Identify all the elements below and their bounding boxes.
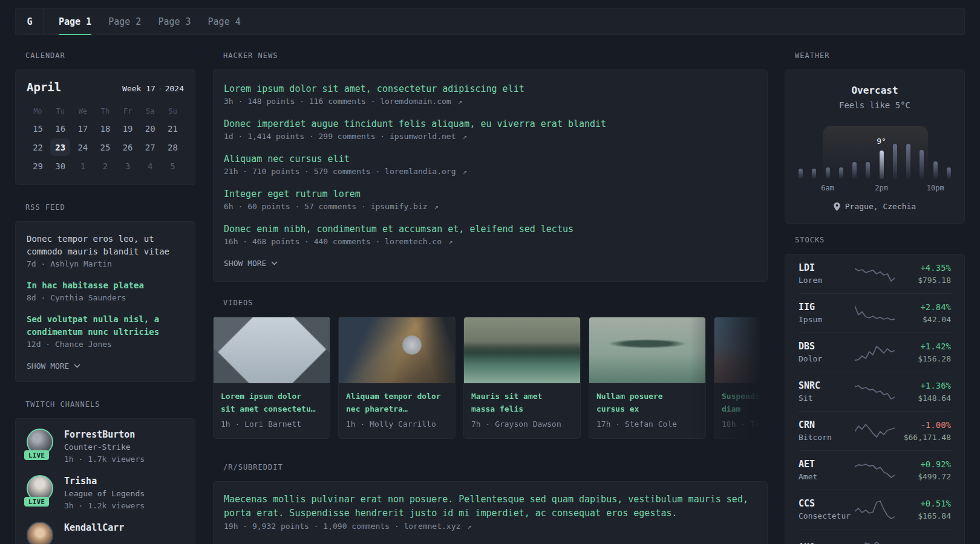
calendar-day-label: 24: [73, 138, 93, 156]
stock-price: $66,171.48: [895, 432, 951, 443]
stock-row[interactable]: SNRCSit+1.36%$148.64: [799, 372, 951, 411]
video-meta: 1h · Molly Carrillo: [346, 418, 448, 430]
external-link-icon: ↗: [463, 522, 471, 531]
subreddit-post[interactable]: Maecenas mollis pulvinar erat non posuer…: [224, 493, 757, 533]
stock-row[interactable]: IIGIpsum+2.84%$42.04: [799, 293, 951, 332]
stock-values: +0.92%$499.72: [895, 458, 951, 482]
stock-change: +4.35%: [895, 262, 951, 274]
calendar-day[interactable]: 4: [139, 157, 162, 175]
nav-tab[interactable]: Page 4: [208, 8, 241, 34]
twitch-channel-row[interactable]: LIVEForrestBurtonCounter-Strike1h · 1.7k…: [27, 429, 184, 465]
calendar-day[interactable]: 20: [139, 119, 162, 138]
video-card[interactable]: Aliquam tempor dolornec pharetra…1h · Mo…: [338, 317, 456, 439]
stock-row[interactable]: LDILorem+4.35%$795.18: [799, 254, 951, 293]
hackernews-item[interactable]: Integer eget rutrum lorem6h · 60 points …: [224, 187, 757, 213]
stock-values: +1.36%$148.64: [895, 380, 951, 404]
rss-item[interactable]: Sed volutpat nulla nisl, a condimentum n…: [27, 313, 184, 351]
hackernews-item[interactable]: Donec enim nibh, condimentum et accumsan…: [224, 222, 757, 248]
nav-tab[interactable]: Page 2: [108, 8, 141, 34]
video-card[interactable]: Suspendissediam18h · Tara: [714, 317, 768, 439]
twitch-channel-game: League of Legends: [64, 488, 145, 500]
twitch-channel-name: KendallCarr: [64, 522, 124, 534]
app-logo[interactable]: G: [16, 8, 44, 34]
calendar-day[interactable]: 27: [139, 138, 162, 157]
calendar-day[interactable]: 15: [27, 119, 49, 138]
twitch-channel-row[interactable]: LIVETrishaLeague of Legends3h · 1.2k vie…: [27, 475, 184, 512]
hackernews-item[interactable]: Donec imperdiet augue tincidunt felis al…: [224, 117, 757, 143]
stock-row[interactable]: AETAmet+0.92%$499.72: [799, 450, 951, 490]
video-card-body: Aliquam tempor dolornec pharetra…1h · Mo…: [339, 383, 455, 438]
calendar-day[interactable]: 19: [117, 119, 139, 138]
calendar-grid: MoTuWeThFrSaSu15161718192021222324252627…: [27, 103, 184, 175]
calendar-weekday: Th: [94, 103, 116, 119]
stock-info: AETAmet: [799, 458, 855, 482]
twitch-channel-row[interactable]: KendallCarr: [27, 522, 184, 544]
chevron-down-icon: [271, 261, 278, 265]
rss-card: Donec tempor eros leo, ut commodo mauris…: [15, 221, 195, 382]
hackernews-item-title: Donec imperdiet augue tincidunt felis al…: [224, 117, 757, 131]
video-card[interactable]: Nullam posuerecursus ex17h · Stefan Cole: [589, 317, 706, 439]
stock-change: +1.36%: [895, 380, 951, 392]
calendar-day[interactable]: 29: [27, 157, 49, 175]
stock-row[interactable]: CRNBitcorn-1.00%$66,171.48: [799, 411, 951, 450]
calendar-day[interactable]: 28: [162, 138, 184, 157]
nav-tab[interactable]: Page 3: [158, 8, 191, 34]
video-title-line: cursus ex: [596, 403, 698, 415]
nav-tabs: Page 1Page 2Page 3Page 4: [44, 8, 241, 34]
external-link-icon: ↗: [454, 97, 462, 106]
hackernews-section: HACKER NEWS Lorem ipsum dolor sit amet, …: [213, 51, 768, 282]
calendar-day[interactable]: 25: [94, 138, 116, 157]
calendar-day-label: 21: [163, 120, 183, 137]
stock-name: Lorem: [799, 274, 855, 286]
video-title-line: sit amet consectetu…: [221, 403, 322, 415]
calendar-day-selected[interactable]: 23: [49, 138, 71, 157]
video-title: Suspendissediam: [722, 390, 768, 415]
stock-symbol: LDI: [799, 262, 855, 274]
stock-row[interactable]: DBSDolor+1.42%$156.28: [799, 332, 951, 372]
stock-sparkline: [855, 302, 895, 324]
calendar-day[interactable]: 3: [117, 157, 139, 175]
calendar-day[interactable]: 17: [71, 119, 94, 138]
stocks-header: STOCKS: [795, 236, 965, 244]
calendar-day[interactable]: 30: [49, 157, 71, 175]
stock-symbol: CRN: [799, 419, 855, 432]
twitch-channel-info: ForrestBurtonCounter-Strike1h · 1.7k vie…: [64, 429, 145, 465]
calendar-day[interactable]: 18: [94, 119, 116, 138]
video-card[interactable]: Lorem ipsum dolorsit amet consectetu…1h …: [213, 317, 330, 439]
nav-tab[interactable]: Page 1: [59, 8, 91, 34]
hackernews-item[interactable]: Lorem ipsum dolor sit amet, consectetur …: [224, 82, 757, 108]
video-card[interactable]: Mauris sit ametmassa felis7h · Grayson D…: [463, 317, 581, 439]
calendar-day[interactable]: 2: [94, 157, 116, 175]
weather-bar: [947, 167, 951, 179]
weather-bar: [812, 169, 816, 179]
stock-values: +1.42%$156.28: [895, 340, 951, 364]
weather-bars: [799, 126, 951, 179]
stock-row[interactable]: AHS+0.46%: [799, 529, 951, 544]
rss-item[interactable]: Donec tempor eros leo, ut commodo mauris…: [27, 233, 184, 270]
avatar: [27, 522, 53, 544]
calendar-day[interactable]: 22: [27, 138, 49, 157]
hackernews-item-meta: 1d · 1,414 points · 299 comments · ipsum…: [224, 131, 757, 143]
calendar-day[interactable]: 24: [71, 138, 94, 157]
stock-change: +0.51%: [895, 497, 951, 510]
calendar-day[interactable]: 26: [117, 138, 139, 157]
calendar-day[interactable]: 16: [49, 119, 71, 138]
rss-show-more-button[interactable]: SHOW MORE: [27, 361, 184, 371]
stock-row[interactable]: CCSConsectetur+0.51%$165.84: [799, 490, 951, 529]
calendar-day-label: 4: [140, 157, 160, 175]
calendar-day[interactable]: 21: [162, 119, 184, 138]
weather-bar: [866, 162, 870, 179]
stock-sparkline: [855, 499, 895, 520]
hackernews-item[interactable]: Aliquam nec cursus elit21h · 710 points …: [224, 152, 757, 178]
weather-hourly-chart: 9°: [799, 126, 951, 179]
twitch-channel-game: Counter-Strike: [64, 441, 145, 453]
calendar-week: Week 17·2024: [122, 84, 184, 93]
rss-item[interactable]: In hac habitasse platea8d · Cynthia Saun…: [27, 279, 184, 304]
weather-location-row: Prague, Czechia: [799, 202, 951, 211]
hackernews-show-more-button[interactable]: SHOW MORE: [224, 259, 757, 268]
video-card-body: Lorem ipsum dolorsit amet consectetu…1h …: [214, 383, 330, 438]
hackernews-list: Lorem ipsum dolor sit amet, consectetur …: [224, 82, 757, 248]
calendar-day[interactable]: 1: [71, 157, 94, 175]
calendar-day-label: 19: [118, 120, 138, 137]
calendar-day[interactable]: 5: [162, 157, 184, 175]
